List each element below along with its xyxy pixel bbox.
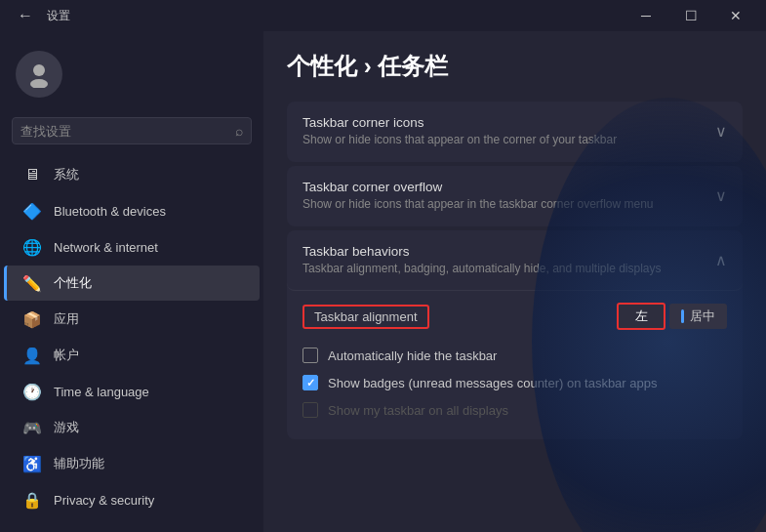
auto-hide-row[interactable]: Automatically hide the taskbar bbox=[302, 342, 727, 369]
sidebar-item-label-accounts: 帐户 bbox=[54, 347, 79, 364]
show-badges-label: Show badges (unread messages counter) on… bbox=[328, 376, 657, 390]
system-icon: 🖥 bbox=[22, 165, 42, 184]
corner-icons-text: Taskbar corner icons Show or hide icons … bbox=[302, 115, 704, 148]
section-corner-icons: Taskbar corner icons Show or hide icons … bbox=[287, 102, 743, 162]
sidebar-item-label-system: 系统 bbox=[54, 166, 79, 184]
auto-hide-checkbox[interactable] bbox=[302, 348, 318, 363]
minimize-button[interactable]: ─ bbox=[624, 0, 668, 31]
sidebar-item-gaming[interactable]: 🎮 游戏 bbox=[4, 410, 260, 445]
maximize-button[interactable]: ☐ bbox=[668, 0, 713, 31]
alignment-option-label: 居中 bbox=[690, 307, 715, 325]
sidebar-nav: 🖥 系统 🔷 Bluetooth & devices 🌐 Network & i… bbox=[0, 156, 263, 518]
network-icon: 🌐 bbox=[22, 237, 42, 257]
behaviors-row[interactable]: Taskbar behaviors Taskbar alignment, bad… bbox=[287, 230, 743, 292]
section-corner-overflow: Taskbar corner overflow Show or hide ico… bbox=[287, 166, 743, 226]
sidebar-item-personalization[interactable]: ✏️ 个性化 bbox=[4, 266, 260, 301]
accounts-icon: 👤 bbox=[22, 346, 42, 365]
personalization-icon: ✏️ bbox=[22, 273, 42, 293]
alignment-row: Taskbar alignment 左 居中 bbox=[302, 303, 727, 330]
main-content: ⌕ 🖥 系统 🔷 Bluetooth & devices 🌐 Network &… bbox=[0, 31, 766, 532]
sidebar-item-label-privacy: Privacy & security bbox=[54, 493, 154, 508]
sidebar-item-label-time: Time & language bbox=[54, 385, 149, 399]
sidebar-item-system[interactable]: 🖥 系统 bbox=[4, 157, 260, 192]
titlebar-title: 设置 bbox=[47, 8, 70, 24]
time-icon: 🕐 bbox=[22, 382, 42, 401]
dropdown-dot bbox=[681, 309, 684, 323]
behaviors-chevron: ∧ bbox=[715, 251, 727, 269]
user-profile bbox=[0, 31, 263, 113]
apps-icon: 📦 bbox=[22, 309, 42, 329]
page-title: 个性化 › 任务栏 bbox=[287, 51, 743, 82]
sidebar-item-accounts[interactable]: 👤 帐户 bbox=[4, 338, 260, 373]
alignment-option: 居中 bbox=[669, 304, 727, 329]
show-all-displays-checkbox bbox=[302, 402, 318, 418]
bluetooth-icon: 🔷 bbox=[22, 201, 42, 221]
search-input[interactable] bbox=[20, 124, 235, 139]
gaming-icon: 🎮 bbox=[22, 418, 42, 437]
corner-overflow-title: Taskbar corner overflow bbox=[302, 180, 704, 194]
search-icon: ⌕ bbox=[235, 123, 243, 139]
corner-overflow-chevron: ∨ bbox=[715, 186, 727, 205]
sidebar-item-bluetooth[interactable]: 🔷 Bluetooth & devices bbox=[4, 193, 260, 228]
back-icon: ← bbox=[18, 7, 33, 24]
behaviors-desc: Taskbar alignment, badging, automaticall… bbox=[302, 261, 704, 277]
sidebar-item-label-apps: 应用 bbox=[54, 310, 79, 328]
close-button[interactable]: ✕ bbox=[713, 0, 758, 31]
back-button[interactable]: ← bbox=[12, 2, 39, 29]
corner-icons-title: Taskbar corner icons bbox=[302, 115, 704, 130]
sidebar-item-time[interactable]: 🕐 Time & language bbox=[4, 374, 260, 409]
show-badges-row[interactable]: Show badges (unread messages counter) on… bbox=[302, 369, 727, 396]
avatar bbox=[16, 51, 62, 98]
behaviors-title: Taskbar behaviors bbox=[302, 244, 704, 259]
show-badges-checkbox[interactable] bbox=[302, 375, 318, 390]
accessibility-icon: ♿ bbox=[22, 454, 42, 473]
titlebar: ← 设置 ─ ☐ ✕ bbox=[0, 0, 766, 31]
sidebar-item-privacy[interactable]: 🔒 Privacy & security bbox=[4, 482, 260, 517]
titlebar-controls: ─ ☐ ✕ bbox=[624, 0, 758, 31]
right-panel: 个性化 › 任务栏 Taskbar corner icons Show or h… bbox=[263, 31, 766, 532]
titlebar-left: ← 设置 bbox=[12, 2, 70, 29]
alignment-dropdown[interactable]: 左 居中 bbox=[617, 303, 727, 330]
sidebar-item-label-gaming: 游戏 bbox=[54, 419, 79, 436]
sidebar-item-apps[interactable]: 📦 应用 bbox=[4, 302, 260, 337]
alignment-current-value: 左 bbox=[617, 303, 665, 330]
sidebar-item-accessibility[interactable]: ♿ 辅助功能 bbox=[4, 446, 260, 481]
corner-overflow-desc: Show or hide icons that appear in the ta… bbox=[302, 196, 704, 213]
sidebar-item-label-personalization: 个性化 bbox=[54, 274, 92, 292]
privacy-icon: 🔒 bbox=[22, 490, 42, 510]
corner-icons-chevron: ∨ bbox=[715, 122, 727, 141]
svg-point-0 bbox=[33, 64, 45, 76]
sidebar-item-label-accessibility: 辅助功能 bbox=[54, 455, 104, 472]
behaviors-text: Taskbar behaviors Taskbar alignment, bad… bbox=[302, 244, 704, 277]
behaviors-expanded-content: Taskbar alignment 左 居中 Automatically hid… bbox=[287, 291, 743, 439]
search-box[interactable]: ⌕ bbox=[12, 117, 252, 144]
sidebar-item-network[interactable]: 🌐 Network & internet bbox=[4, 229, 260, 265]
svg-point-1 bbox=[30, 79, 48, 88]
sidebar-item-label-network: Network & internet bbox=[54, 240, 158, 255]
auto-hide-label: Automatically hide the taskbar bbox=[328, 348, 497, 363]
show-all-displays-label: Show my taskbar on all displays bbox=[328, 403, 508, 418]
section-behaviors: Taskbar behaviors Taskbar alignment, bad… bbox=[287, 230, 743, 440]
corner-icons-row[interactable]: Taskbar corner icons Show or hide icons … bbox=[287, 102, 743, 162]
sidebar-item-label-bluetooth: Bluetooth & devices bbox=[54, 204, 166, 219]
corner-overflow-text: Taskbar corner overflow Show or hide ico… bbox=[302, 180, 704, 213]
sidebar: ⌕ 🖥 系统 🔷 Bluetooth & devices 🌐 Network &… bbox=[0, 31, 263, 532]
corner-overflow-row[interactable]: Taskbar corner overflow Show or hide ico… bbox=[287, 166, 743, 226]
show-all-displays-row: Show my taskbar on all displays bbox=[302, 396, 727, 424]
alignment-label: Taskbar alignment bbox=[302, 305, 429, 329]
corner-icons-desc: Show or hide icons that appear on the co… bbox=[302, 132, 704, 148]
